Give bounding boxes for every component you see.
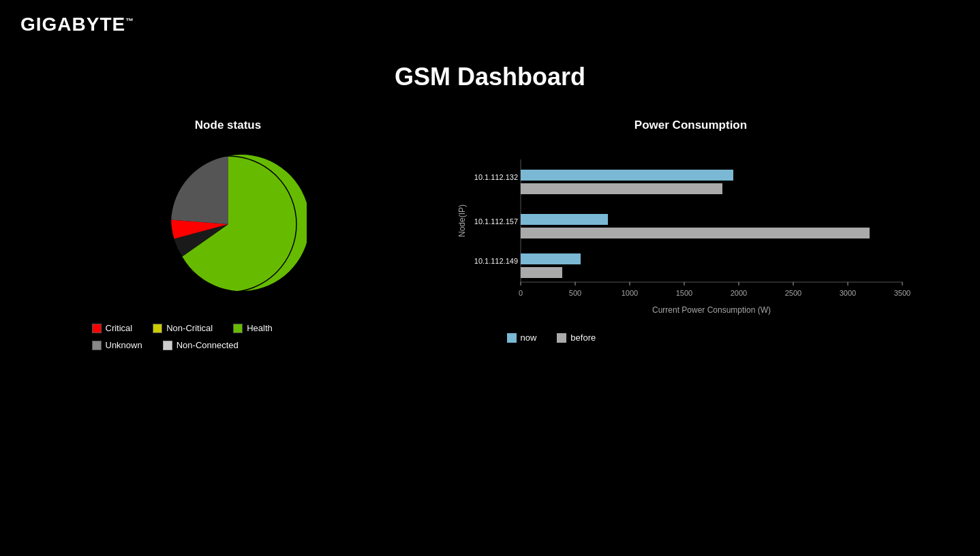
power-consumption-panel: Power Consumption 0 500 (453, 119, 930, 343)
logo-text: GIGABYTE (20, 14, 125, 35)
bar-132-now (521, 170, 733, 181)
legend-health: Health (233, 323, 273, 333)
svg-text:10.1.112.132: 10.1.112.132 (474, 173, 517, 181)
legend-box-unknown (92, 341, 102, 350)
legend-box-noncritical (153, 324, 162, 333)
bar-chart-legend: now before (453, 333, 930, 343)
legend-row-2: Unknown Non-Connected (92, 340, 405, 350)
node-status-title: Node status (51, 119, 405, 132)
legend-box-health (233, 324, 243, 333)
bar-157-before (521, 228, 870, 238)
svg-text:Current Power Consumption (W): Current Power Consumption (W) (652, 305, 770, 315)
legend-critical: Critical (92, 323, 133, 333)
legend-label-health: Health (247, 323, 273, 333)
bar-legend-label-before: before (570, 333, 596, 343)
legend-row-1: Critical Non-Critical Health (92, 323, 405, 333)
logo: GIGABYTE™ (20, 14, 960, 35)
bar-149-now (521, 253, 581, 264)
svg-text:Node(IP): Node(IP) (457, 204, 467, 237)
legend-label-unknown: Unknown (106, 340, 142, 350)
node-status-panel: Node status (51, 119, 405, 350)
svg-text:2000: 2000 (730, 289, 746, 297)
bar-chart-svg: 0 500 1000 1500 2000 2500 3000 (453, 146, 916, 323)
legend-box-nonconnected (163, 341, 172, 350)
bar-legend-now: now (507, 333, 537, 343)
bar-legend-label-now: now (521, 333, 537, 343)
bar-chart-area: 0 500 1000 1500 2000 2500 3000 (453, 146, 916, 326)
legend-label-noncritical: Non-Critical (166, 323, 213, 333)
bar-157-now (521, 214, 608, 225)
svg-text:500: 500 (568, 289, 581, 297)
svg-text:2500: 2500 (784, 289, 801, 297)
pie-segment-unknown (171, 156, 228, 224)
legend-nonconnected: Non-Connected (163, 340, 239, 350)
bar-legend-box-now (507, 333, 517, 343)
svg-text:3000: 3000 (839, 289, 855, 297)
bar-132-before (521, 183, 722, 194)
legend-label-critical: Critical (106, 323, 133, 333)
power-consumption-title: Power Consumption (453, 119, 930, 132)
header: GIGABYTE™ (0, 0, 980, 49)
logo-trademark: ™ (125, 16, 134, 26)
svg-text:3500: 3500 (893, 289, 910, 297)
svg-text:1000: 1000 (621, 289, 637, 297)
legend-noncritical: Non-Critical (153, 323, 213, 333)
svg-text:1500: 1500 (675, 289, 692, 297)
svg-text:10.1.112.157: 10.1.112.157 (474, 217, 517, 226)
pie-chart-container (51, 146, 405, 303)
bar-legend-before: before (557, 333, 596, 343)
svg-text:10.1.112.149: 10.1.112.149 (474, 257, 517, 265)
pie-legend: Critical Non-Critical Health Unknown (51, 323, 405, 350)
bar-legend-box-before (557, 333, 566, 343)
legend-box-critical (92, 324, 102, 333)
pie-chart (150, 146, 307, 303)
dashboard-content: Node status (0, 119, 980, 350)
legend-label-nonconnected: Non-Connected (177, 340, 239, 350)
bar-149-before (521, 267, 562, 278)
page-title: GSM Dashboard (0, 63, 980, 91)
legend-unknown: Unknown (92, 340, 142, 350)
svg-text:0: 0 (518, 289, 522, 297)
